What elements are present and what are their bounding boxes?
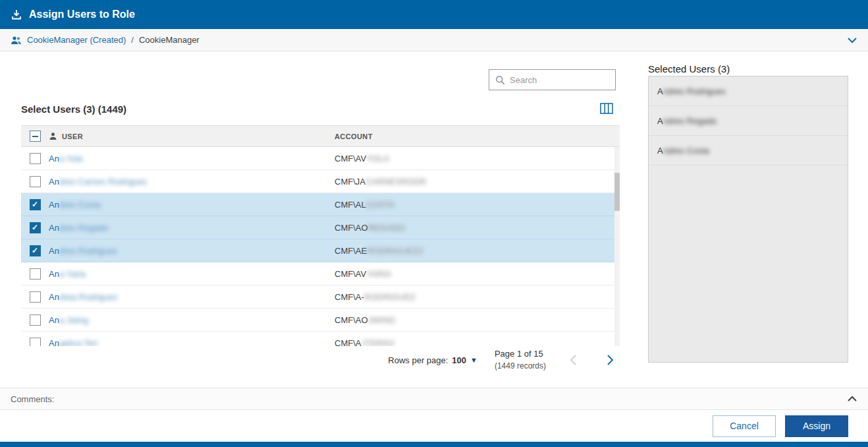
row-account-cell: CMF\AERODRIGUEZ2 — [335, 246, 620, 256]
next-page-button[interactable] — [600, 350, 620, 370]
vertical-scrollbar[interactable] — [614, 147, 620, 346]
redacted-selected-user: ndres Regado — [663, 116, 717, 126]
redacted-selected-user: ndres Costa — [663, 146, 709, 156]
table-row[interactable]: Angelica Teri CMF\AJTERI02 — [21, 332, 620, 346]
search-box[interactable] — [489, 69, 616, 90]
page-info: Page 1 of 15 (1449 records) — [495, 348, 546, 372]
table-row[interactable]: Andres Carnes Rodriguez CMF\JACARNESRODR — [21, 170, 620, 193]
redacted-user-name: dres Regado — [59, 223, 108, 233]
assign-button[interactable]: Assign — [785, 415, 848, 437]
rows-per-page-value[interactable]: 100 — [452, 355, 466, 365]
row-check-cell — [21, 176, 49, 187]
account-column-label: ACCOUNT — [335, 133, 373, 140]
user-name-link[interactable]: Andres Costa — [49, 200, 101, 210]
redacted-account: JTERI02 — [361, 338, 394, 347]
rows-per-page-caret-icon[interactable]: ▼ — [470, 356, 477, 364]
pagination-bar: Rows per page: 100 ▼ Page 1 of 15 (1449 … — [21, 348, 620, 372]
row-check-cell — [21, 291, 49, 303]
redacted-user-name: dres Costa — [59, 200, 101, 210]
table-row[interactable]: Ana Jwing CMF\AOJWING — [21, 309, 620, 332]
comments-label: Comments: — [11, 394, 54, 404]
person-icon — [49, 132, 57, 140]
row-account-cell: CMF\ALCOSTA — [335, 200, 620, 210]
breadcrumb-role-link[interactable]: CookieManager (Created) — [27, 35, 126, 45]
chevron-down-icon[interactable] — [847, 37, 857, 44]
scrollbar-thumb[interactable] — [614, 173, 620, 211]
page-label: Page 1 of 15 — [495, 348, 546, 361]
selected-user-item[interactable]: Andres Costa — [649, 136, 848, 165]
select-users-title: Select Users (3) (1449) — [21, 104, 126, 115]
selected-users-list: Andres Rodrigues Andres Regado Andres Co… — [648, 76, 848, 363]
rows-per-page-label: Rows per page: — [388, 355, 448, 365]
selected-user-item[interactable]: Andres Rodrigues — [649, 76, 848, 106]
breadcrumb-separator: / — [131, 35, 134, 45]
row-user-cell: Ana Yaria — [49, 269, 335, 279]
row-checkbox[interactable] — [30, 245, 41, 256]
row-checkbox[interactable] — [30, 314, 41, 326]
user-name-link[interactable]: Andres Rodriguez — [49, 246, 117, 256]
rows-per-page[interactable]: Rows per page: 100 ▼ — [388, 355, 477, 365]
account-column-header[interactable]: ACCOUNT — [335, 131, 620, 141]
redacted-selected-user: ndres Rodrigues — [663, 86, 726, 96]
row-check-cell — [21, 222, 49, 233]
row-user-cell: Andres Rodriguez — [49, 246, 335, 256]
user-name-link[interactable]: Angelica Teri — [49, 338, 97, 347]
row-account-cell: CMF\AVYARIA — [335, 269, 620, 279]
comments-section: Comments: — [0, 388, 868, 410]
select-all-checkbox[interactable] — [30, 131, 41, 142]
user-name-link[interactable]: Andres Carnes Rodriguez — [49, 177, 148, 187]
row-user-cell: Ana Jwing — [49, 315, 335, 325]
search-icon — [495, 75, 505, 85]
assign-users-icon — [11, 9, 22, 20]
columns-icon[interactable] — [600, 103, 613, 114]
selected-users-title: Selected Users (3) — [648, 63, 730, 74]
user-name-link[interactable]: Andrea Rodriguez — [49, 292, 118, 302]
row-checkbox[interactable] — [30, 291, 41, 303]
breadcrumb: CookieManager (Created) / CookieManager — [0, 29, 868, 51]
row-user-cell: Andrea Rodriguez — [49, 292, 335, 302]
search-input[interactable] — [510, 75, 626, 85]
bottom-brand-strip — [0, 442, 868, 447]
redacted-account: YARIA — [366, 269, 391, 279]
user-name-link[interactable]: Ana Yola — [49, 154, 82, 164]
table-row[interactable]: Ana Yola CMF\AVYOLA — [21, 147, 620, 170]
chevron-up-icon[interactable] — [847, 396, 857, 402]
selected-user-item[interactable]: Andres Regado — [649, 106, 848, 136]
row-account-cell: CMF\AJTERI02 — [335, 338, 620, 347]
redacted-user-name: gelica Teri — [59, 338, 97, 347]
user-name-link[interactable]: Ana Yaria — [49, 269, 86, 279]
table-row[interactable]: Andrea Rodriguez CMF\A-RODRIGUEZ — [21, 285, 620, 309]
row-user-cell: Andres Carnes Rodriguez — [49, 177, 335, 187]
row-checkbox[interactable] — [30, 338, 41, 347]
redacted-user-name: dres Carnes Rodriguez — [59, 177, 148, 187]
row-user-cell: Andres Regado — [49, 223, 335, 233]
row-checkbox[interactable] — [30, 268, 41, 280]
users-table: USER ACCOUNT Ana Yola CMF\AVYOLA Andres … — [21, 125, 620, 346]
row-account-cell: CMF\JACARNESRODR — [335, 177, 620, 187]
redacted-user-name: drea Rodriguez — [59, 292, 118, 302]
table-row[interactable]: Ana Yaria CMF\AVYARIA — [21, 262, 620, 285]
row-checkbox[interactable] — [30, 153, 41, 164]
row-checkbox[interactable] — [30, 222, 41, 233]
user-name-link[interactable]: Andres Regado — [49, 223, 108, 233]
users-icon — [11, 36, 22, 45]
row-account-cell: CMF\AOJWING — [335, 315, 620, 325]
breadcrumb-current-page: CookieManager — [139, 35, 200, 45]
table-row[interactable]: Andres Rodriguez CMF\AERODRIGUEZ2 — [21, 239, 620, 262]
cancel-button[interactable]: Cancel — [713, 415, 776, 437]
records-count: (1449 records) — [495, 361, 546, 372]
previous-page-button[interactable] — [563, 350, 583, 370]
redacted-user-name: a Yaria — [59, 269, 86, 279]
row-checkbox[interactable] — [30, 199, 41, 210]
row-checkbox[interactable] — [30, 176, 41, 187]
table-body: Ana Yola CMF\AVYOLA Andres Carnes Rodrig… — [21, 147, 620, 346]
table-row[interactable]: Andres Costa CMF\ALCOSTA — [21, 193, 620, 216]
table-header-row: USER ACCOUNT — [21, 125, 620, 147]
redacted-account: COSTA — [366, 200, 395, 210]
row-user-cell: Angelica Teri — [49, 338, 335, 347]
user-column-header[interactable]: USER — [49, 132, 335, 140]
title-bar: Assign Users to Role — [0, 0, 868, 29]
user-name-link[interactable]: Ana Jwing — [49, 315, 88, 325]
table-row[interactable]: Andres Regado CMF\AOREGADO — [21, 216, 620, 239]
redacted-account: CARNESRODR — [366, 177, 426, 187]
